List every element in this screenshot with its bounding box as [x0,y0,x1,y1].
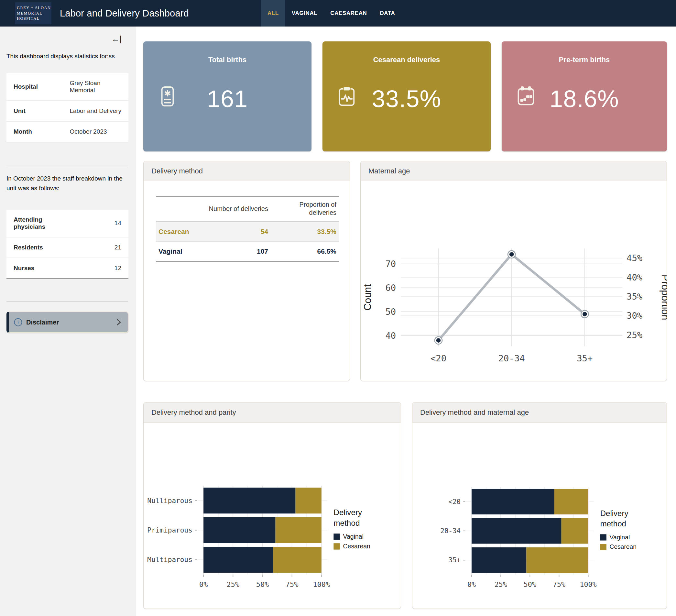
svg-text:method: method [333,519,360,527]
card-delivery-method-and-parity: Delivery method and parity NulliparousPr… [143,402,401,609]
card-header: Delivery method [144,161,350,181]
table-row: Month October 2023 [6,121,128,142]
value-box-preterm-births: Pre-term births 18.6% [502,41,667,152]
sidebar: ←| This dashboard displays statistics fo… [0,26,136,616]
svg-text:Cesarean: Cesarean [610,543,636,550]
svg-text:<20: <20 [449,498,461,506]
svg-text:Cesarean: Cesarean [343,543,370,550]
svg-text:method: method [600,519,626,528]
svg-text:Primiparous: Primiparous [147,526,192,534]
staff-label: Nurses [6,258,62,279]
value-box-title: Pre-term births [502,56,667,64]
staff-label: Residents [6,237,62,258]
svg-text:Vaginal: Vaginal [610,534,630,541]
table-row: Hospital Grey Sloan Memorial [6,73,128,101]
facility-info-table: Hospital Grey Sloan Memorial Unit Labor … [6,73,128,143]
svg-text:35+: 35+ [449,556,461,564]
svg-text:25%: 25% [227,580,240,589]
svg-text:100%: 100% [580,580,597,589]
cell-proportion: 66.5% [271,242,339,262]
svg-text:70: 70 [385,259,396,269]
table-row: Attending physicians 14 [6,210,128,237]
file-medical-icon [158,86,178,107]
clipboard-pulse-icon [337,86,357,107]
cell-proportion: 33.5% [271,222,339,242]
svg-text:50%: 50% [524,580,536,589]
sidebar-divider [6,166,128,166]
svg-text:Proportion: Proportion [660,275,667,320]
svg-text:35+: 35+ [577,353,593,363]
svg-text:40%: 40% [626,272,642,282]
parity-stacked-bar-chart: NulliparousPrimiparousMultiparous0%25%50… [144,465,401,595]
value-box-value: 161 [207,85,248,112]
svg-text:Multiparous: Multiparous [147,556,192,564]
cell-number: 54 [205,222,271,242]
table-row: Residents 21 [6,237,128,258]
svg-text:75%: 75% [553,580,565,589]
card-title: Delivery method and parity [151,408,236,417]
nav-tab-caesarean[interactable]: CAESAREAN [324,0,373,26]
value-box-value: 33.5% [372,85,442,112]
svg-text:20-34: 20-34 [498,353,525,363]
cell-number: 107 [205,242,271,262]
value-box-title: Cesarean deliveries [323,56,491,64]
delivery_method_and_parity-svg: NulliparousPrimiparousMultiparous0%25%50… [144,465,401,595]
card-title: Delivery method and maternal age [420,408,529,417]
disclaimer-accordion-button[interactable]: i Disclaimer [6,312,128,333]
card-body: NulliparousPrimiparousMultiparous0%25%50… [144,423,401,609]
sidebar-collapse-icon[interactable]: ←| [0,26,136,43]
maternal_age_line-svg: 25%30%35%40%45%40506070<2020-3435+CountP… [361,231,667,376]
main-nav: ALL VAGINAL CAESAREAN DATA [261,0,401,26]
age-stacked-bar-chart: <2020-3435+0%25%50%75%100%Deliverymethod… [412,465,667,595]
table-row: Nurses 12 [6,258,128,279]
svg-text:<20: <20 [431,353,446,363]
info-label: Month [6,121,62,142]
logo-line-1: GREY + SLOAN [17,5,51,11]
card-title: Maternal age [369,167,410,175]
staff-label: Attending physicians [6,210,62,237]
svg-text:50: 50 [385,307,396,317]
hospital-logo: GREY + SLOAN MEMORIAL HOSPITAL [15,2,51,24]
hospital-logo-text: GREY + SLOAN MEMORIAL HOSPITAL [17,5,51,21]
delivery-method-table: Number of deliveries Proportion of deliv… [156,196,339,262]
disclaimer-label: Disclaimer [26,319,116,326]
page-title: Labor and Delivery Dashboard [60,8,189,19]
card-body: 25%30%35%40%45%40506070<2020-3435+CountP… [361,181,667,381]
value-box-value: 18.6% [550,85,619,112]
card-delivery-method-and-maternal-age: Delivery method and maternal age <2020-3… [412,402,667,609]
staff-count: 12 [62,258,128,279]
svg-text:25%: 25% [626,330,642,340]
app-header: GREY + SLOAN MEMORIAL HOSPITAL Labor and… [0,0,676,26]
info-icon: i [14,318,22,326]
svg-text:30%: 30% [626,311,642,321]
nav-tab-data[interactable]: DATA [373,0,401,26]
svg-text:Delivery: Delivery [333,508,362,517]
svg-text:100%: 100% [313,580,330,589]
nav-tab-vaginal[interactable]: VAGINAL [285,0,324,26]
svg-text:75%: 75% [286,580,298,589]
card-delivery-method: Delivery method Number of deliveries Pro… [143,161,350,381]
svg-text:Delivery: Delivery [600,509,628,518]
row-label: Vaginal [156,242,205,262]
column-header: Proportion of deliveries [271,197,339,222]
info-value: Grey Sloan Memorial [62,73,128,101]
card-title: Delivery method [151,167,203,175]
card-header: Delivery method and maternal age [412,402,667,423]
info-value: October 2023 [62,121,128,142]
column-header: Number of deliveries [205,197,271,222]
maternal-age-chart: 25%30%35%40%45%40506070<2020-3435+CountP… [361,231,667,376]
svg-text:60: 60 [385,283,396,293]
svg-text:i: i [17,319,19,326]
value-box-title: Total births [143,56,312,64]
row-label: Cesarean [156,222,205,242]
value-box-total-births: Total births 161 [143,41,312,152]
svg-text:0%: 0% [199,580,208,589]
nav-tab-all[interactable]: ALL [261,0,285,26]
svg-text:45%: 45% [626,253,642,263]
dashboard-page: GREY + SLOAN MEMORIAL HOSPITAL Labor and… [0,0,676,616]
info-value: Labor and Delivery [62,101,128,121]
card-body: <2020-3435+0%25%50%75%100%Deliverymethod… [412,423,667,609]
delivery_method_and_maternal_age-svg: <2020-3435+0%25%50%75%100%Deliverymethod… [412,465,667,595]
svg-text:50%: 50% [256,580,269,589]
table-row: Unit Labor and Delivery [6,101,128,121]
